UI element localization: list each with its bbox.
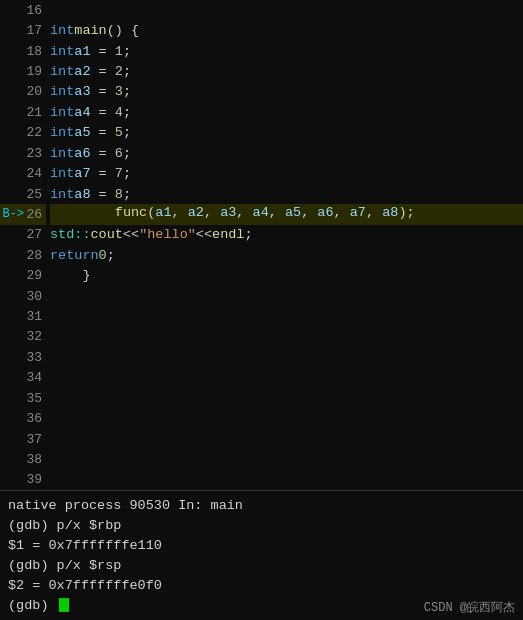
line-number-row: 25 [0,184,46,204]
line-number-row: 34 [0,368,46,388]
line-number-row: 23 [0,143,46,163]
line-number-row: 18 [0,41,46,61]
code-line [50,388,523,408]
line-number-row: 20 [0,82,46,102]
terminal-line: $1 = 0x7fffffffe110 [8,535,515,555]
line-number-row: 22 [0,123,46,143]
line-number: 37 [26,432,46,447]
line-number-row: 29 [0,265,46,285]
line-number: 33 [26,350,46,365]
code-line: std::cout << "hello" << endl; [50,225,523,245]
line-number: 18 [26,44,46,59]
line-gutter: 16171819202122232425B->26272829303132333… [0,0,46,490]
line-number: 23 [26,146,46,161]
line-number: 24 [26,166,46,181]
line-number-row: 27 [0,225,46,245]
code-line [50,470,523,490]
code-line: int a5 = 5; [50,123,523,143]
code-line: func(a1, a2, a3, a4, a5, a6, a7, a8); [50,204,523,224]
line-number-row: 17 [0,20,46,40]
line-number-row: 24 [0,163,46,183]
line-number-row: 33 [0,347,46,367]
line-number: 25 [26,187,46,202]
code-line [50,286,523,306]
line-number: 27 [26,227,46,242]
code-line [50,327,523,347]
line-number: 38 [26,452,46,467]
line-number: 19 [26,64,46,79]
line-number: 22 [26,125,46,140]
terminal-line: native process 90530 In: main [8,495,515,515]
line-number-row: 37 [0,429,46,449]
code-line: int a2 = 2; [50,61,523,81]
line-number: 30 [26,289,46,304]
code-line [50,408,523,428]
terminal-line: (gdb) p/x $rbp [8,515,515,535]
line-number: 29 [26,268,46,283]
terminal-area[interactable]: native process 90530 In: main(gdb) p/x $… [0,490,523,620]
code-line [50,429,523,449]
code-line [50,306,523,326]
code-line: } [50,266,523,286]
line-number-row: 28 [0,245,46,265]
line-number: 16 [26,3,46,18]
line-number-row: 30 [0,286,46,306]
code-lines: int main() { int a1 = 1; int a2 = 2; int… [46,0,523,490]
watermark: CSDN @皖西阿杰 [424,599,515,616]
line-number: 26 [26,207,46,222]
line-number: 36 [26,411,46,426]
code-line [50,449,523,469]
line-number: 21 [26,105,46,120]
line-number: 17 [26,23,46,38]
line-number-row: B->26 [0,204,46,224]
line-number: 20 [26,84,46,99]
terminal-cursor [59,598,69,612]
code-line: int a6 = 6; [50,143,523,163]
line-number-row: 21 [0,102,46,122]
code-line: return 0; [50,245,523,265]
line-number: 34 [26,370,46,385]
terminal-line: $2 = 0x7fffffffe0f0 [8,575,515,595]
code-line: int a4 = 4; [50,102,523,122]
code-container: 16171819202122232425B->26272829303132333… [0,0,523,490]
line-number-row: 19 [0,61,46,81]
code-line: int main() { [50,20,523,40]
line-number-row: 38 [0,449,46,469]
code-line [50,347,523,367]
line-number: 35 [26,391,46,406]
line-number: 32 [26,329,46,344]
line-number: 31 [26,309,46,324]
line-number-row: 36 [0,408,46,428]
breakpoint-marker: B-> [0,207,26,221]
editor-area: 16171819202122232425B->26272829303132333… [0,0,523,490]
terminal-line: (gdb) p/x $rsp [8,555,515,575]
line-number-row: 39 [0,470,46,490]
line-number-row: 35 [0,388,46,408]
code-line: int a1 = 1; [50,41,523,61]
code-line: int a8 = 8; [50,184,523,204]
line-number: 39 [26,472,46,487]
line-number-row: 31 [0,306,46,326]
line-number-row: 32 [0,327,46,347]
line-number-row: 16 [0,0,46,20]
code-line: int a3 = 3; [50,82,523,102]
code-line [50,0,523,20]
line-number: 28 [26,248,46,263]
code-line [50,368,523,388]
code-line: int a7 = 7; [50,163,523,183]
